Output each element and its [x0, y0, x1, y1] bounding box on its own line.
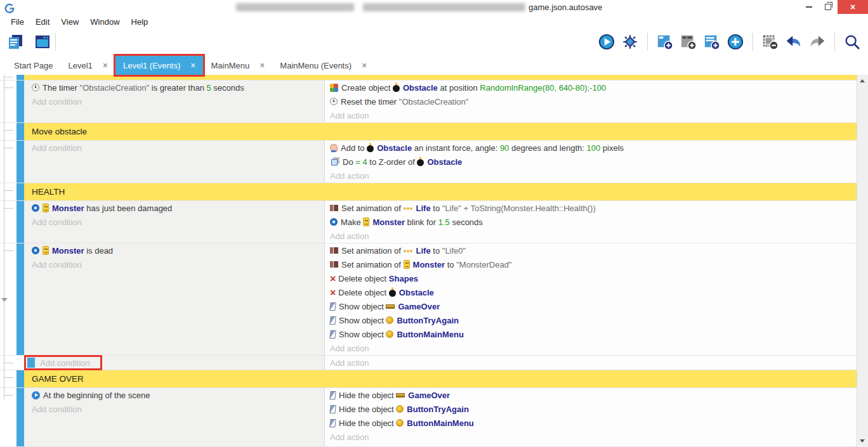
event-row[interactable]: Add conditionAdd action — [0, 356, 857, 370]
condition-line[interactable]: The timer "ObstacleCreation" is greater … — [24, 81, 324, 94]
tab-close-icon[interactable]: × — [103, 60, 108, 70]
action-line[interactable]: Set animation of Life to "Life" + ToStri… — [325, 201, 857, 215]
toolbar-add-comment-button[interactable] — [702, 32, 721, 51]
placeholder-text: Add condition — [32, 97, 82, 107]
add-comment-icon — [704, 34, 720, 50]
action-line[interactable]: Create object Obstacle at position Rando… — [325, 81, 857, 94]
action-line[interactable]: Add to Obstacle an instant force, angle:… — [325, 141, 857, 155]
text-segment: Delete object — [338, 274, 389, 283]
tab-mainmenu-events[interactable]: MainMenu (Events)× — [272, 56, 374, 75]
event-row[interactable]: At the beginning of the sceneAdd conditi… — [0, 388, 857, 447]
action-line[interactable]: Show object ButtonTryAgain — [325, 313, 857, 327]
vertical-scrollbar[interactable] — [857, 75, 868, 447]
text-segment: Do — [343, 157, 355, 167]
monster-icon — [43, 204, 49, 212]
event-row[interactable]: Add conditionAdd to Obstacle an instant … — [0, 141, 857, 183]
event-row[interactable]: Monster has just been damagedAdd conditi… — [0, 201, 857, 243]
condition-line[interactable]: Monster has just been damaged — [24, 201, 324, 215]
add-action-button[interactable]: Add action — [325, 356, 857, 370]
action-line[interactable]: ×Delete object Shapes — [325, 271, 857, 285]
comment-body[interactable]: GAME OVER — [24, 370, 857, 387]
add-condition-button[interactable]: Add condition — [24, 94, 324, 108]
toolbar-undo-button[interactable] — [784, 32, 803, 51]
toolbar-search-button[interactable] — [843, 32, 862, 51]
text-segment: 5 — [207, 83, 211, 93]
action-line[interactable]: Hide the object ButtonMainMenu — [325, 416, 857, 430]
tab-close-icon[interactable]: × — [260, 60, 265, 70]
add-subevent-icon — [680, 34, 697, 50]
action-line[interactable]: Hide the object ButtonTryAgain — [325, 402, 857, 416]
action-line[interactable]: ×Delete object Obstacle — [325, 285, 857, 299]
delete-event-icon — [762, 34, 779, 50]
tab-level1-events[interactable]: Level1 (Events)× — [115, 56, 204, 75]
action-line[interactable]: Set animation of Life to "Life0" — [325, 243, 857, 257]
toolbar-add-event-button[interactable] — [655, 32, 674, 51]
toolbar-scene-editor-button[interactable] — [33, 32, 52, 51]
toolbar-debug-button[interactable] — [621, 32, 640, 51]
event-row[interactable]: Monster is deadAdd conditionSet animatio… — [0, 243, 857, 356]
add-condition-button[interactable]: Add condition — [24, 356, 324, 370]
text-segment: Create object — [341, 83, 393, 93]
add-action-button[interactable]: Add action — [325, 108, 857, 122]
text-segment: Show object — [339, 302, 386, 311]
menu-item-window[interactable]: Window — [84, 17, 125, 27]
life-icon — [404, 247, 413, 255]
action-line[interactable]: Hide the object GameOver — [325, 388, 857, 402]
restore-button[interactable] — [819, 0, 838, 14]
scroll-down-icon[interactable] — [860, 439, 865, 443]
toolbar-redo-button[interactable] — [808, 32, 827, 51]
comment-body[interactable]: Move obstacle — [24, 123, 857, 140]
text-segment: "Life0" — [442, 246, 466, 256]
comment-row[interactable]: GAME OVER — [0, 370, 857, 388]
comment-row[interactable]: Move obstacle — [0, 123, 857, 141]
comment-body[interactable] — [24, 75, 857, 80]
condition-line[interactable]: Monster is dead — [24, 243, 324, 257]
close-button[interactable]: × — [838, 0, 868, 14]
tab-close-icon[interactable]: × — [362, 60, 367, 70]
add-action-button[interactable]: Add action — [325, 169, 857, 183]
comment-body[interactable]: HEALTH — [24, 183, 857, 200]
visibility-icon — [329, 391, 336, 399]
add-action-button[interactable]: Add action — [325, 430, 857, 444]
toolbar-separator — [834, 33, 835, 51]
tab-start-page[interactable]: Start Page — [6, 56, 60, 75]
menu-item-view[interactable]: View — [55, 17, 84, 27]
anim-icon — [330, 205, 338, 211]
event-color-bar — [16, 183, 24, 200]
action-line[interactable]: Show object GameOver — [325, 299, 857, 313]
add-condition-button[interactable]: Add condition — [24, 402, 324, 416]
tab-mainmenu[interactable]: MainMenu× — [203, 56, 272, 75]
scroll-up-icon[interactable] — [860, 79, 865, 82]
event-row[interactable]: The timer "ObstacleCreation" is greater … — [0, 81, 857, 123]
tab-level1[interactable]: Level1× — [60, 56, 115, 75]
toolbar-play-button[interactable] — [597, 32, 616, 51]
toolbar-add-subevent-button[interactable] — [679, 32, 698, 51]
add-action-button[interactable]: Add action — [325, 229, 857, 243]
tab-close-icon[interactable]: × — [190, 60, 195, 70]
add-action-button[interactable]: Add action — [325, 341, 857, 355]
action-line[interactable]: Set animation of Monster to "MonsterDead… — [325, 257, 857, 271]
toolbar-add-new-button[interactable] — [726, 32, 745, 51]
redacted-title-segment — [363, 3, 525, 11]
toolbar-project-manager-button[interactable] — [6, 32, 25, 51]
add-condition-button[interactable]: Add condition — [24, 141, 324, 155]
toolbar — [0, 28, 868, 56]
action-line[interactable]: Show object ButtonMainMenu — [325, 327, 857, 341]
add-condition-button[interactable]: Add condition — [24, 215, 324, 229]
actions-column: Add to Obstacle an instant force, angle:… — [325, 141, 857, 183]
comment-row[interactable] — [0, 75, 857, 81]
menu-item-help[interactable]: Help — [126, 17, 154, 27]
text-segment: Show object — [339, 316, 386, 325]
minimize-button[interactable] — [799, 0, 819, 14]
action-line[interactable]: Do = 4 to Z-order of Obstacle — [325, 155, 857, 169]
action-line[interactable]: Reset the timer "ObstacleCreation" — [325, 94, 857, 108]
comment-row[interactable]: HEALTH — [0, 183, 857, 201]
comment-text: GAME OVER — [32, 374, 84, 384]
menu-item-file[interactable]: File — [5, 17, 30, 27]
force-icon — [330, 144, 338, 152]
toolbar-delete-event-button[interactable] — [761, 32, 780, 51]
menu-item-edit[interactable]: Edit — [30, 17, 55, 27]
condition-line[interactable]: At the beginning of the scene — [24, 388, 324, 402]
add-condition-button[interactable]: Add condition — [24, 257, 324, 271]
action-line[interactable]: Make Monster blink for 1.5 seconds — [325, 215, 857, 229]
